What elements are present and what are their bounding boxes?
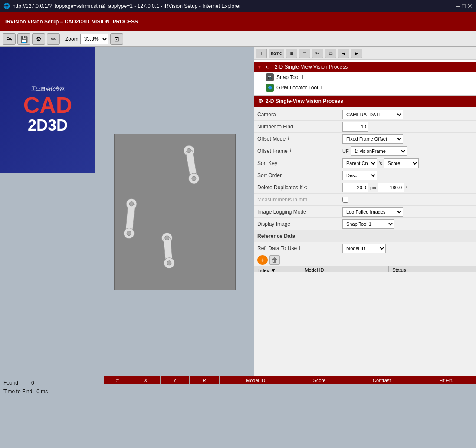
zoom-select[interactable]: 33.3% 50% 100%	[80, 34, 108, 44]
toolbar-save-btn[interactable]: 💾	[17, 33, 30, 45]
right-panel: + name ≡ □ ✂ ⧉ ◄ ► ▼ ⚙ 2-D Single-View V…	[254, 47, 476, 376]
found-label: Found	[3, 380, 18, 386]
prop-camera-value: CAMERA_DATE	[341, 109, 476, 120]
dup-deg-input[interactable]	[378, 183, 404, 192]
ref-table-header: Index ▼ Model ID Status	[254, 266, 476, 272]
prop-ilm-label: Image Logging Mode	[254, 207, 341, 217]
found-value: 0	[31, 380, 34, 386]
tree-name-btn[interactable]: name	[269, 49, 284, 58]
col-y: Y	[160, 376, 189, 384]
close-btn[interactable]: ✕	[467, 3, 473, 10]
ref-col-model-id: Model ID	[301, 266, 389, 272]
svg-rect-6	[125, 204, 135, 232]
col-r: R	[189, 376, 219, 384]
brand-cad: CAD	[23, 94, 72, 116]
ref-sort-icon: ▼	[271, 267, 276, 272]
prop-ref-data-to-use: Ref. Data To Use ℹ Model ID	[254, 242, 476, 254]
tree-cut-btn[interactable]: ✂	[312, 49, 323, 58]
ref-col-status: Status	[389, 266, 476, 272]
tree-item-gpm-label: GPM Locator Tool 1	[276, 85, 322, 91]
offset-frame-select[interactable]: 1: visionFrame	[351, 146, 407, 156]
toolbar-edit-btn[interactable]: ✏	[47, 33, 60, 45]
prop-so-label: Sort Order	[254, 171, 341, 180]
prop-om-label: Offset Mode ℹ	[254, 134, 341, 144]
camera-select[interactable]: CAMERA_DATE	[342, 110, 403, 119]
svg-point-8	[129, 201, 134, 206]
prop-sort-order: Sort Order Desc. Asc.	[254, 169, 476, 181]
toolbar-fit-btn[interactable]: ⊡	[110, 33, 123, 45]
tree-frame-btn[interactable]: □	[299, 49, 310, 58]
company-label: 工业自动化专家	[31, 86, 65, 92]
parts-svg	[115, 134, 236, 290]
offset-mode-select[interactable]: Fixed Frame Offset	[342, 134, 403, 144]
results-table: # X Y R Model ID Score Contrast Fit Err.	[104, 376, 476, 384]
props-header-icon: ⚙	[258, 98, 263, 104]
col-hash: #	[104, 376, 131, 384]
image-logging-select[interactable]: Log Failed Images	[342, 207, 403, 217]
prop-delete-duplicates: Delete Duplicates If < pix °	[254, 181, 476, 194]
tree-item-gpm[interactable]: 🔷 GPM Locator Tool 1	[254, 82, 476, 93]
svg-rect-1	[185, 150, 197, 177]
ref-data-section-label: Reference Data	[254, 231, 341, 241]
uf-prefix: UF	[342, 148, 349, 154]
col-x: X	[131, 376, 160, 384]
prop-di-value: Snap Tool 1	[341, 218, 476, 230]
ref-data-info-icon[interactable]: ℹ	[299, 245, 300, 251]
mm-checkbox[interactable]	[342, 197, 348, 203]
prop-offset-mode: Offset Mode ℹ Fixed Frame Offset	[254, 133, 476, 145]
ntf-input[interactable]	[342, 122, 368, 132]
offset-mode-info-icon[interactable]: ℹ	[287, 136, 289, 142]
prop-of-label: Offset Frame ℹ	[254, 146, 341, 156]
prop-om-value: Fixed Frame Offset	[341, 133, 476, 145]
zoom-label: Zoom	[65, 36, 79, 42]
toolbar-open-btn[interactable]: 🗁	[3, 33, 16, 45]
title-bar: 🌐 http://127.0.0.1/?_toppage=vsfrmn.stm&…	[0, 0, 476, 12]
tree-add-btn[interactable]: +	[256, 49, 267, 58]
prop-ntf-value	[341, 121, 476, 132]
tree-list-btn[interactable]: ≡	[286, 49, 297, 58]
prop-di-label: Display Image	[254, 219, 341, 229]
col-score: Score	[292, 376, 347, 384]
toolbar: 🗁 💾 ⚙ ✏ Zoom 33.3% 50% 100% ⊡	[0, 31, 476, 47]
canvas-inner	[114, 134, 236, 290]
tree-item-snap-label: Snap Tool 1	[276, 74, 304, 80]
tree-prev-btn[interactable]: ◄	[338, 49, 349, 58]
camera-icon: 📷	[266, 73, 274, 81]
ref-delete-btn[interactable]: 🗑	[269, 255, 280, 265]
prop-mm-value	[341, 196, 476, 204]
prop-rdtu-label: Ref. Data To Use ℹ	[254, 244, 341, 253]
results-split: Found 0 Time to Find 0 ms # X Y R Model …	[0, 376, 476, 448]
tree-item-snap[interactable]: 📷 Snap Tool 1	[254, 72, 476, 82]
prop-dd-value: pix °	[341, 182, 476, 193]
minimize-btn[interactable]: ─	[456, 3, 460, 10]
app-title-bar: iRVision Vision Setup – CAD2D3D_VISION_P…	[0, 12, 476, 31]
tree-next-btn[interactable]: ►	[351, 49, 362, 58]
sort-key-select2[interactable]: Score	[384, 158, 419, 168]
prop-mm-label: Measurements in mm	[254, 195, 341, 204]
display-image-select[interactable]: Snap Tool 1	[342, 219, 394, 229]
offset-frame-info-icon[interactable]: ℹ	[289, 148, 291, 154]
ref-add-btn[interactable]: +	[257, 255, 268, 265]
prop-ntf-label: Number to Find	[254, 122, 341, 132]
results-right: # X Y R Model ID Score Contrast Fit Err.	[104, 376, 476, 448]
toolbar-settings-btn[interactable]: ⚙	[32, 33, 45, 45]
props-body: Camera CAMERA_DATE Number to Find Offset…	[254, 107, 476, 272]
prop-display-image: Display Image Snap Tool 1	[254, 218, 476, 230]
dup-pix-input[interactable]	[342, 183, 368, 192]
tree-item-process[interactable]: ▼ ⚙ 2-D Single-View Vision Process	[254, 62, 476, 72]
props-header: ⚙ 2-D Single-View Vision Process	[254, 96, 476, 107]
prop-camera-label: Camera	[254, 110, 341, 119]
prop-ref-data-header: Reference Data	[254, 230, 476, 242]
tree-copy-btn[interactable]: ⧉	[325, 49, 336, 58]
prop-sk-value: Parent Cn 's Score	[341, 158, 476, 169]
ref-col-index: Index ▼	[254, 266, 301, 272]
svg-point-14	[167, 260, 171, 265]
ref-data-select[interactable]: Model ID	[342, 244, 386, 253]
sort-order-select[interactable]: Desc. Asc.	[342, 171, 377, 180]
title-bar-controls[interactable]: ─ □ ✕	[456, 3, 473, 10]
sort-key-select1[interactable]: Parent Cn	[342, 158, 377, 168]
sort-key-connector: 's	[379, 161, 382, 166]
maximize-btn[interactable]: □	[462, 3, 466, 10]
prop-of-value: UF 1: visionFrame	[341, 145, 476, 157]
time-label: Time to Find	[3, 389, 32, 395]
